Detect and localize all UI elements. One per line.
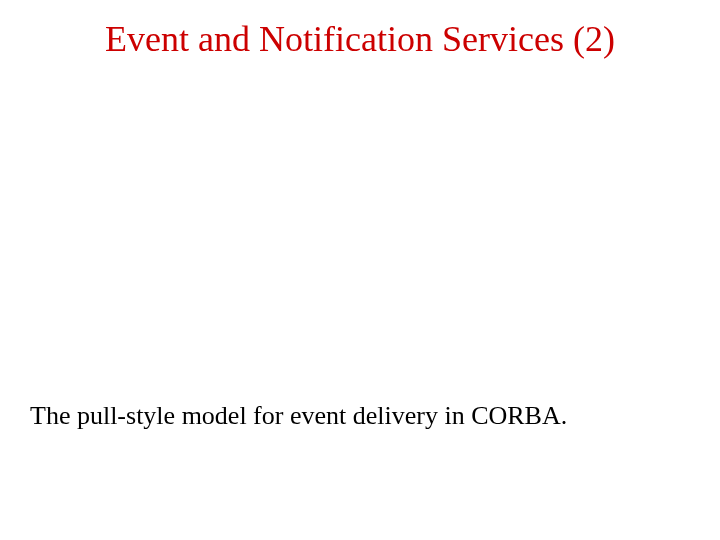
- slide-title: Event and Notification Services (2): [0, 18, 720, 61]
- slide-body-text: The pull-style model for event delivery …: [30, 400, 690, 431]
